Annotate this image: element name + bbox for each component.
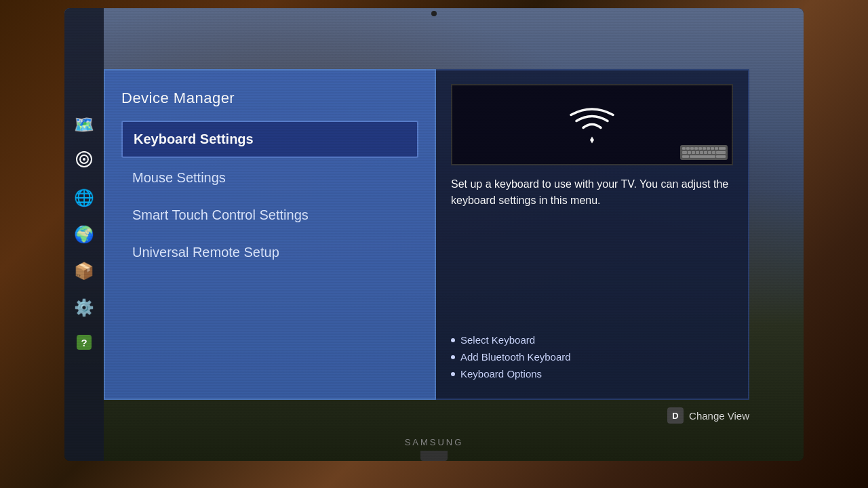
sidebar-item-settings[interactable]: ⚙️ (68, 292, 100, 323)
target-icon (75, 150, 93, 172)
svg-rect-7 (686, 147, 690, 150)
keyboard-options-label: Keyboard Options (460, 368, 542, 380)
sidebar-item-globe1[interactable]: 🌐 (68, 182, 100, 214)
globe-icon: 🌐 (74, 188, 94, 207)
svg-rect-10 (698, 147, 702, 150)
dialog-title: Device Manager (121, 89, 418, 107)
preview-image (451, 84, 733, 165)
sidebar-item-map[interactable]: 🗺️ (68, 109, 100, 140)
settings-icon: ⚙️ (74, 298, 94, 317)
menu-item-mouse-settings-label: Mouse Settings (132, 170, 226, 185)
info-list: Select Keyboard Add Bluetooth Keyboard K… (451, 334, 733, 385)
wifi-icon (568, 104, 616, 145)
svg-rect-18 (692, 151, 695, 154)
menu-panel: Device Manager Keyboard Settings Mouse S… (104, 69, 436, 400)
select-keyboard-label: Select Keyboard (460, 334, 535, 346)
map-icon: 🗺️ (74, 115, 94, 134)
svg-rect-12 (707, 147, 710, 150)
world-icon: 🌍 (74, 225, 94, 244)
d-button-label: D (672, 411, 678, 421)
wifi-icon-container (568, 104, 616, 145)
svg-rect-22 (708, 151, 711, 154)
svg-rect-27 (716, 155, 726, 158)
svg-rect-21 (704, 151, 707, 154)
help-icon: ? (75, 333, 93, 355)
menu-item-smart-touch[interactable]: Smart Touch Control Settings (121, 198, 418, 232)
sidebar: 🗺️ 🌐 🌍 📦 ⚙️ (64, 8, 104, 461)
svg-rect-23 (712, 151, 715, 154)
svg-rect-15 (719, 147, 726, 150)
sidebar-item-globe2[interactable]: 🌍 (68, 219, 100, 250)
menu-item-smart-touch-label: Smart Touch Control Settings (132, 207, 309, 222)
bullet-icon (451, 372, 455, 376)
svg-rect-11 (703, 147, 706, 150)
svg-rect-13 (711, 147, 714, 150)
info-list-item-select-keyboard: Select Keyboard (451, 334, 733, 346)
menu-item-mouse-settings[interactable]: Mouse Settings (121, 161, 418, 195)
svg-point-2 (83, 158, 85, 161)
info-list-item-add-bluetooth: Add Bluetooth Keyboard (451, 351, 733, 363)
change-view-label: Change View (689, 410, 749, 422)
tv-camera (431, 11, 437, 16)
bullet-icon (451, 355, 455, 359)
sidebar-item-package[interactable]: 📦 (68, 256, 100, 287)
menu-item-universal-remote[interactable]: Universal Remote Setup (121, 235, 418, 270)
info-description: Set up a keyboard to use with your TV. Y… (451, 176, 733, 323)
info-panel: Set up a keyboard to use with your TV. Y… (436, 69, 749, 400)
svg-rect-14 (715, 147, 718, 150)
menu-item-keyboard-settings-label: Keyboard Settings (134, 131, 254, 146)
sidebar-item-help[interactable]: ? (68, 329, 100, 360)
keyboard-preview (680, 145, 728, 160)
sidebar-item-target[interactable] (68, 146, 100, 177)
info-list-item-keyboard-options: Keyboard Options (451, 368, 733, 380)
svg-rect-6 (682, 147, 686, 150)
svg-rect-17 (688, 151, 691, 154)
svg-rect-16 (682, 151, 687, 154)
svg-rect-26 (690, 155, 715, 158)
svg-rect-24 (716, 151, 726, 154)
tv-frame: 🗺️ 🌐 🌍 📦 ⚙️ (64, 8, 804, 461)
dialog-container: Device Manager Keyboard Settings Mouse S… (104, 69, 749, 400)
add-bluetooth-keyboard-label: Add Bluetooth Keyboard (460, 351, 571, 363)
menu-item-keyboard-settings[interactable]: Keyboard Settings (121, 121, 418, 158)
d-button[interactable]: D (667, 407, 684, 424)
svg-rect-25 (682, 155, 689, 158)
svg-rect-8 (690, 147, 694, 150)
menu-item-universal-remote-label: Universal Remote Setup (132, 245, 279, 260)
tv-stand (420, 451, 448, 461)
svg-rect-19 (696, 151, 699, 154)
package-icon: 📦 (74, 262, 94, 281)
bottom-bar: D Change View (667, 407, 749, 424)
svg-rect-20 (700, 151, 703, 154)
bullet-icon (451, 338, 455, 342)
svg-text:?: ? (81, 337, 87, 348)
svg-rect-9 (694, 147, 698, 150)
samsung-logo: SAMSUNG (405, 437, 464, 447)
